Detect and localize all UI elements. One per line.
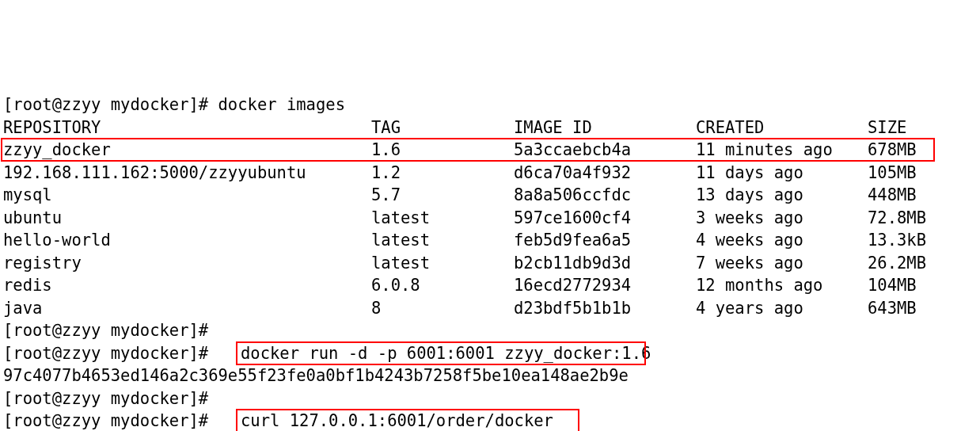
cmd-curl-docker[interactable]: curl 127.0.0.1:6001/order/docker <box>241 410 553 431</box>
image-created: 4 weeks ago <box>696 229 803 252</box>
image-id: 16ecd2772934 <box>514 274 631 297</box>
container-id-output: 97c4077b4653ed146a2c369e55f23fe0a0bf1b42… <box>3 364 629 387</box>
col-header-repository: REPOSITORY <box>3 116 101 139</box>
image-id: d6ca70a4f932 <box>514 162 631 185</box>
image-size: 104MB <box>868 274 917 297</box>
image-size: 678MB <box>868 139 917 162</box>
image-repo: java <box>3 297 42 320</box>
cmd-docker-images[interactable]: [root@zzyy mydocker]# docker images <box>3 93 345 116</box>
image-tag: 1.6 <box>371 139 401 162</box>
image-tag: 5.7 <box>371 184 401 207</box>
image-created: 4 years ago <box>696 297 803 320</box>
image-created: 11 minutes ago <box>696 139 833 162</box>
image-id: d23bdf5b1b1b <box>514 297 631 320</box>
image-tag: latest <box>371 252 430 275</box>
image-tag: latest <box>371 229 430 252</box>
image-id: 8a8a506ccfdc <box>514 184 631 207</box>
prompt: [root@zzyy mydocker]# <box>3 387 208 410</box>
image-size: 448MB <box>868 184 917 207</box>
image-repo: redis <box>3 274 52 297</box>
image-tag: 8 <box>371 297 381 320</box>
image-repo: mysql <box>3 184 52 207</box>
image-repo: 192.168.111.162:5000/zzyyubuntu <box>3 162 306 185</box>
image-size: 643MB <box>868 297 917 320</box>
terminal-output: [root@zzyy mydocker]# docker imagesREPOS… <box>3 93 977 431</box>
image-repo: zzyy_docker <box>3 139 111 162</box>
prompt: [root@zzyy mydocker]# <box>3 319 208 342</box>
col-header-tag: TAG <box>371 116 401 139</box>
image-size: 105MB <box>868 162 917 185</box>
image-size: 26.2MB <box>868 252 926 275</box>
prompt: [root@zzyy mydocker]# <box>3 410 218 431</box>
image-created: 12 months ago <box>696 274 822 297</box>
image-created: 11 days ago <box>696 162 803 185</box>
image-repo: hello-world <box>3 229 111 252</box>
col-header-image-id: IMAGE ID <box>514 116 592 139</box>
image-id: feb5d9fea6a5 <box>514 229 631 252</box>
image-created: 13 days ago <box>696 184 803 207</box>
image-repo: ubuntu <box>3 207 62 230</box>
col-header-size: SIZE <box>868 116 906 139</box>
image-id: b2cb11db9d3d <box>514 252 631 275</box>
prompt: [root@zzyy mydocker]# <box>3 342 218 365</box>
image-id: 597ce1600cf4 <box>514 207 631 230</box>
image-size: 72.8MB <box>868 207 926 230</box>
cmd-docker-run[interactable]: docker run -d -p 6001:6001 zzyy_docker:1… <box>241 342 651 365</box>
image-tag: 1.2 <box>371 162 401 185</box>
image-tag: latest <box>371 207 430 230</box>
col-header-created: CREATED <box>696 116 764 139</box>
image-repo: registry <box>3 252 82 275</box>
image-tag: 6.0.8 <box>371 274 420 297</box>
image-id: 5a3ccaebcb4a <box>514 139 631 162</box>
image-created: 7 weeks ago <box>696 252 803 275</box>
image-created: 3 weeks ago <box>696 207 803 230</box>
image-size: 13.3kB <box>868 229 926 252</box>
